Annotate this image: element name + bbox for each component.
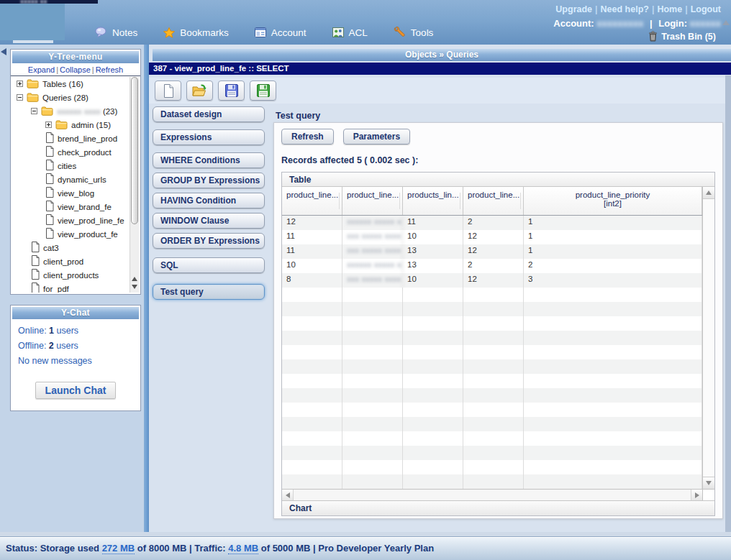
tree-item-label: brend_line_prod [58,134,117,143]
tree-item-view-blog[interactable]: view_blog [12,186,128,200]
open-button[interactable] [186,81,213,101]
sidebar-splitter[interactable] [144,45,149,532]
quick-link-need-help[interactable]: Need help? [601,4,649,14]
save-as-button[interactable] [250,81,276,101]
nav-item-account[interactable]: Account [255,27,307,38]
table-cell [524,474,702,489]
section-button-test-query[interactable]: Test query [153,284,265,300]
table-section-header[interactable]: Table [282,173,714,187]
empty-table-row [282,417,702,431]
table-row[interactable]: 11xxx xxxxx xxxx x10121 [282,230,702,244]
tree-action-collapse[interactable]: Collapse [60,65,91,74]
tree-action-expand[interactable]: Expand [28,65,55,74]
quick-link-home[interactable]: Home [657,4,682,14]
nav-item-tools[interactable]: Tools [394,27,434,38]
section-button-window-clause[interactable]: WINDOW Clause [153,213,265,229]
section-button-dataset-design[interactable]: Dataset design [153,106,265,122]
offline-suffix: users [56,341,78,351]
column-header-1[interactable]: product_line... [282,187,342,215]
chart-section-header[interactable]: Chart [282,500,714,515]
new-file-icon [163,84,174,98]
grid-scroll-right-button[interactable] [691,490,702,500]
empty-table-row [282,403,702,417]
table-cell [403,388,463,403]
table-cell [342,331,403,345]
tree-item-check-product[interactable]: check_product [12,145,128,159]
nav-item-acl[interactable]: ACL [332,27,368,38]
table-row[interactable]: 8xxx xxxxx xxxx x10123 [282,273,702,288]
tree-item-view-product-fe[interactable]: view_product_fe [12,227,128,241]
tree-item-tables-16[interactable]: Tables (16) [12,77,128,91]
section-button-sql[interactable]: SQL [153,257,265,273]
nav-item-bookmarks[interactable]: Bookmarks [163,27,229,38]
grid-vertical-scrollbar[interactable] [702,187,714,489]
section-button-group-by-expressions[interactable]: GROUP BY Expressions [153,173,265,188]
tree-action-refresh[interactable]: Refresh [96,65,124,74]
save-button[interactable] [218,81,245,101]
parameters-button[interactable]: Parameters [343,129,410,144]
sidebar-collapse-arrow[interactable] [1,48,6,55]
section-button-expressions[interactable]: Expressions [153,129,265,145]
expand-toggle-icon[interactable] [45,121,52,128]
tree-scroll-up-icon[interactable] [132,277,137,281]
grid-hscroll-track[interactable] [294,490,691,500]
expand-toggle-icon[interactable] [17,81,23,87]
tree-item-client-products[interactable]: client_products [12,268,128,282]
table-row[interactable]: 10xxxxxx xxxxx xxx1322 [282,259,702,273]
column-header-5[interactable]: product_line_priority[int2] [524,187,702,215]
column-header-3[interactable]: products_lin... [403,187,463,215]
storage-used-link[interactable]: 272 MB [102,543,135,554]
table-cell [342,302,403,316]
grid-scroll-left-button[interactable] [282,490,294,500]
tree-item-admin-15[interactable]: admin (15) [12,118,128,132]
page-scroll-up-arrow[interactable] [722,20,730,25]
tree-item-label: client_prod [43,257,83,266]
grid-scroll-up-button[interactable] [703,187,714,199]
table-row[interactable]: 11xxx xxxxx xxxx x13121 [282,244,702,259]
scrollbar-corner [702,490,714,500]
tree-item-view-brand-fe[interactable]: view_brand_fe [12,200,128,214]
main-area: Objects » Queries 387 - view_prod_line_f… [149,45,731,532]
tree-item-queries-28[interactable]: Queries (28) [12,91,128,104]
table-row[interactable]: 12xxxxxx xxxxx xxxx1121 [282,216,702,230]
tree-item-label: check_product [58,148,112,157]
tree-scrollbar-thumb[interactable] [131,77,138,224]
collapse-toggle-icon[interactable] [17,94,23,101]
refresh-button[interactable]: Refresh [281,129,334,144]
section-button-having-condition[interactable]: HAVING Condition [153,193,265,208]
trash-bin-link[interactable]: Trash Bin (5) [648,31,716,42]
tree-item-view-prod-line-fe[interactable]: view_prod_line_fe [12,214,128,227]
launch-chat-button[interactable]: Launch Chat [35,382,117,399]
tree-item-redacted[interactable]: xxxxxx xxxx (23) [12,104,128,118]
grid-vscroll-track[interactable] [703,199,714,477]
table-cell [342,417,403,431]
quick-link-logout[interactable]: Logout [691,4,721,14]
column-header-2[interactable]: product_line... [342,187,403,215]
link-separator: | [685,4,688,14]
tree-item-cat3[interactable]: cat3 [12,241,128,254]
section-button-where-conditions[interactable]: WHERE Conditions [153,152,265,168]
tree-item-label: dynamic_urls [58,175,106,184]
save-blue-icon [225,84,238,97]
tree-item-for-pdf[interactable]: for_pdf [12,282,128,293]
tree-scroll-down-icon[interactable] [132,285,137,289]
redacted-name: xxxxxx xxxx [57,107,101,116]
tree-item-client-prod[interactable]: client_prod [12,254,128,268]
nav-item-notes[interactable]: Notes [95,27,137,38]
column-header-4[interactable]: product_line... [463,187,524,215]
grid-horizontal-scrollbar[interactable] [282,489,714,500]
grid-scroll-down-button[interactable] [703,477,714,489]
new-query-button[interactable] [155,81,181,101]
online-label: Online: [18,326,47,336]
table-cell [463,288,524,302]
collapse-toggle-icon[interactable] [31,108,37,114]
tree-item-brend-line-prod[interactable]: brend_line_prod [12,132,128,145]
quick-link-upgrade[interactable]: Upgrade [555,4,592,14]
tree-item-dynamic-urls[interactable]: dynamic_urls [12,173,128,186]
traffic-used-link[interactable]: 4.8 MB [228,543,258,554]
tree-scrollbar[interactable] [130,77,139,293]
section-button-order-by-expressions[interactable]: ORDER BY Expressions [153,233,265,249]
scroll-left-icon [286,492,290,498]
table-cell [403,331,463,345]
tree-item-cities[interactable]: cities [12,159,128,173]
